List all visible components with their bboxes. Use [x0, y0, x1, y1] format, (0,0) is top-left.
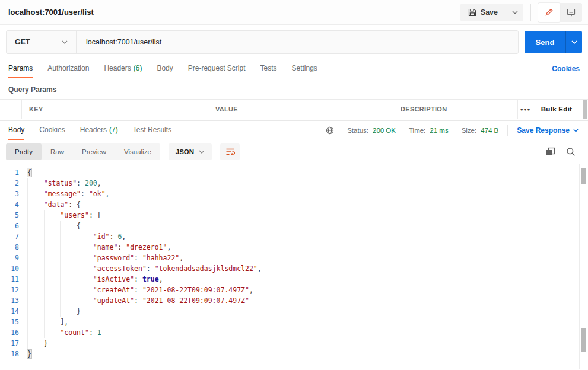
- code-line: 10 "accessToken": "tokendadsadasjklsdmcl…: [0, 263, 588, 274]
- wrap-lines-icon: [225, 148, 235, 156]
- code-line: 11 "isActive": true,: [0, 274, 588, 285]
- more-options-icon[interactable]: ●●●: [518, 100, 533, 119]
- line-number: 5: [0, 210, 27, 221]
- edit-button[interactable]: [538, 3, 560, 22]
- line-number: 16: [0, 327, 27, 338]
- line-number: 6: [0, 221, 27, 231]
- tab-settings[interactable]: Settings: [292, 59, 317, 78]
- code-line: 9 "password": "hahha22",: [0, 253, 588, 263]
- code-line: 4 "data": {: [0, 199, 588, 210]
- pencil-icon: [545, 8, 554, 17]
- page-scrollbar-thumb[interactable]: [581, 328, 586, 352]
- url-box: GET: [6, 30, 519, 54]
- code-line: 8 "name": "drezero1",: [0, 242, 588, 253]
- time-label: Time:: [409, 127, 425, 134]
- line-number: 18: [0, 349, 27, 359]
- format-select[interactable]: JSON: [169, 143, 212, 160]
- tab-params[interactable]: Params: [8, 59, 33, 78]
- param-checkbox-column: [0, 100, 22, 119]
- url-input[interactable]: [77, 31, 518, 53]
- method-label: GET: [15, 38, 30, 46]
- params-scrollbar-thumb[interactable]: [583, 100, 587, 119]
- chevron-down-icon: [62, 40, 68, 44]
- request-title-bar: localhost:7001/user/list Save: [0, 0, 588, 25]
- comments-button[interactable]: [560, 3, 582, 22]
- code-scrollbar-thumb[interactable]: [581, 168, 586, 184]
- send-button-group: Send: [525, 31, 582, 53]
- send-button[interactable]: Send: [525, 31, 565, 53]
- code-line: 16 "count": 1: [0, 327, 588, 338]
- query-params-title: Query Params: [0, 78, 588, 99]
- column-header-key: KEY: [22, 100, 208, 119]
- send-options-caret[interactable]: [565, 31, 582, 53]
- response-toolbar: Pretty Raw Preview Visualize JSON: [0, 140, 588, 164]
- line-number: 8: [0, 242, 27, 253]
- code-line: 14 }: [0, 306, 588, 317]
- tab-authorization[interactable]: Authorization: [47, 59, 89, 78]
- response-headers-count: (7): [109, 126, 118, 134]
- view-tab-preview[interactable]: Preview: [73, 143, 115, 160]
- code-scrollbar[interactable]: [579, 164, 588, 369]
- response-tab-test-results[interactable]: Test Results: [133, 121, 171, 140]
- view-tab-visualize[interactable]: Visualize: [115, 143, 160, 160]
- tab-body[interactable]: Body: [157, 59, 173, 78]
- size-value: 474 B: [481, 127, 498, 134]
- code-line: 1{: [0, 167, 588, 178]
- globe-icon[interactable]: [326, 126, 334, 135]
- line-number: 17: [0, 338, 27, 349]
- method-select[interactable]: GET: [7, 31, 77, 53]
- response-tab-cookies[interactable]: Cookies: [39, 121, 65, 140]
- tab-pre-request-script[interactable]: Pre-request Script: [188, 59, 246, 78]
- line-number: 14: [0, 306, 27, 317]
- search-icon[interactable]: [564, 145, 577, 158]
- view-tab-raw[interactable]: Raw: [42, 143, 73, 160]
- line-number: 3: [0, 189, 27, 199]
- topbar-divider: [530, 4, 531, 21]
- code-line: 13 "updateAt": "2021-08-22T09:09:07.497Z…: [0, 295, 588, 306]
- edit-comment-toggle: [538, 3, 582, 22]
- line-number: 15: [0, 317, 27, 327]
- chevron-down-icon: [573, 129, 579, 132]
- response-tab-headers[interactable]: Headers(7): [80, 121, 118, 140]
- wrap-lines-button[interactable]: [220, 143, 240, 160]
- code-line: 17 }: [0, 338, 588, 349]
- tab-tests[interactable]: Tests: [260, 59, 276, 78]
- tab-headers[interactable]: Headers(6): [104, 59, 142, 78]
- save-button-group: Save: [460, 4, 523, 21]
- column-header-description: DESCRIPTION: [393, 100, 518, 119]
- status-label: Status:: [347, 127, 368, 134]
- code-line: 2 "status": 200,: [0, 178, 588, 189]
- save-options-caret[interactable]: [506, 4, 523, 21]
- line-number: 10: [0, 263, 27, 274]
- save-button-label: Save: [481, 8, 498, 17]
- code-line: 7 "id": 6,: [0, 231, 588, 242]
- code-line: 15 ],: [0, 317, 588, 327]
- request-title: localhost:7001/user/list: [8, 8, 94, 17]
- line-number: 9: [0, 253, 27, 263]
- line-number: 1: [0, 167, 27, 178]
- bulk-edit-button[interactable]: Bulk Edit: [533, 100, 580, 119]
- chevron-down-icon: [199, 150, 205, 154]
- view-mode-control: Pretty Raw Preview Visualize: [6, 143, 160, 160]
- response-body-viewer[interactable]: 1{2 "status": 200,3 "message": "ok",4 "d…: [0, 164, 588, 369]
- save-response-button[interactable]: Save Response: [517, 126, 579, 135]
- save-icon: [468, 8, 476, 17]
- response-header: Body Cookies Headers(7) Test Results Sta…: [0, 120, 588, 140]
- code-line: 18}: [0, 349, 588, 359]
- line-number: 7: [0, 231, 27, 242]
- copy-icon[interactable]: [544, 145, 557, 158]
- code-line: 3 "message": "ok",: [0, 189, 588, 199]
- meta-divider: [507, 125, 508, 136]
- line-number: 11: [0, 274, 27, 285]
- line-number: 13: [0, 295, 27, 306]
- cookies-link[interactable]: Cookies: [552, 59, 580, 78]
- format-label: JSON: [176, 148, 194, 155]
- line-number: 2: [0, 178, 27, 189]
- response-tab-body[interactable]: Body: [8, 121, 24, 140]
- view-tab-pretty[interactable]: Pretty: [6, 143, 42, 160]
- response-meta: Status: 200 OK Time: 21 ms Size: 474 B S…: [171, 121, 579, 140]
- chevron-down-icon: [571, 40, 577, 44]
- save-button[interactable]: Save: [460, 4, 506, 21]
- time-value: 21 ms: [430, 127, 448, 134]
- code-line: 12 "createAt": "2021-08-22T09:09:07.497Z…: [0, 285, 588, 295]
